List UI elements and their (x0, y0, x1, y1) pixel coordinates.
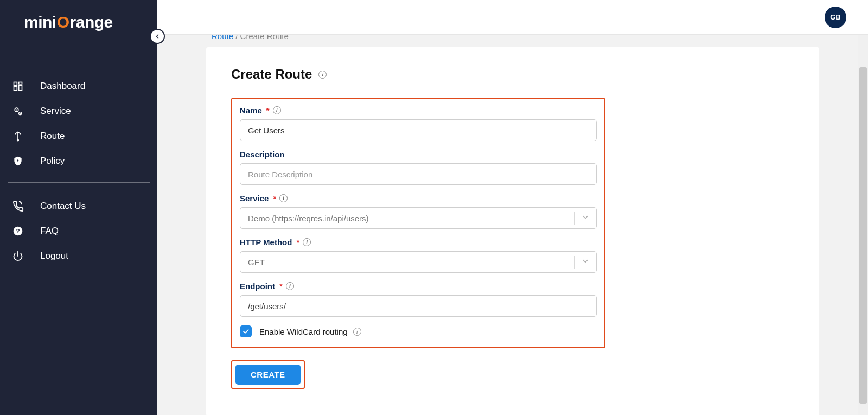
svg-rect-3 (14, 87, 17, 91)
field-label: HTTP Method* i (240, 238, 597, 247)
form-card: Create Route i Name* i Description (206, 47, 819, 415)
endpoint-input[interactable] (240, 295, 597, 317)
question-icon: ? (12, 225, 24, 237)
secondary-nav: Contact Us ? FAQ Logout (0, 194, 157, 269)
wildcard-checkbox[interactable] (240, 325, 252, 337)
field-label: Endpoint* i (240, 282, 597, 291)
label-text: Endpoint (240, 282, 275, 291)
sidebar-item-policy[interactable]: Policy (0, 149, 157, 174)
sidebar-item-faq[interactable]: ? FAQ (0, 219, 157, 244)
label-text: Service (240, 194, 269, 203)
field-label: Name* i (240, 106, 597, 115)
label-text: Enable WildCard routing (259, 327, 348, 336)
svg-rect-10 (17, 161, 18, 162)
avatar-initials: GB (830, 13, 841, 21)
route-icon (12, 130, 24, 142)
info-icon: i (286, 282, 294, 290)
scrollbar-thumb[interactable] (859, 67, 867, 404)
primary-nav: Dashboard Service Route Policy (0, 74, 157, 174)
sidebar-collapse-button[interactable] (150, 29, 165, 44)
svg-point-5 (16, 110, 17, 111)
power-icon (12, 250, 24, 262)
select-separator (574, 212, 575, 225)
dashboard-icon (12, 80, 24, 92)
breadcrumb-current: Create Route (240, 35, 289, 41)
create-button-highlight: CREATE (231, 360, 305, 389)
avatar[interactable]: GB (825, 7, 846, 28)
label-text: HTTP Method (240, 238, 292, 247)
app-root: miniOrange Dashboard Service (0, 0, 868, 415)
sidebar-item-label: Service (40, 106, 71, 117)
required-asterisk: * (279, 282, 283, 291)
field-service: Service* i Demo (https://reqres.in/api/u… (240, 194, 597, 229)
description-input[interactable] (240, 163, 597, 185)
brand-text-o: O (57, 13, 69, 31)
required-asterisk: * (296, 238, 299, 247)
name-input[interactable] (240, 119, 597, 141)
select-separator (574, 256, 575, 269)
sidebar-divider (8, 182, 150, 183)
select-value: Demo (https://reqres.in/api/users) (248, 214, 369, 223)
main-area: GB Route / Create Route Create Route i N… (157, 0, 868, 415)
info-icon: i (273, 106, 281, 114)
wildcard-row: Enable WildCard routing i (240, 325, 597, 337)
info-icon: i (279, 194, 288, 202)
create-button[interactable]: CREATE (235, 365, 301, 385)
sidebar-item-route[interactable]: Route (0, 124, 157, 149)
sidebar-item-label: Dashboard (40, 81, 85, 92)
sidebar-item-label: FAQ (40, 226, 59, 237)
sidebar-item-service[interactable]: Service (0, 99, 157, 124)
shield-icon (12, 155, 24, 167)
page-title-text: Create Route (231, 67, 312, 82)
field-label: Description (240, 150, 597, 159)
info-icon: i (303, 238, 311, 246)
content-scroll: Route / Create Route Create Route i Name… (157, 35, 868, 415)
info-icon: i (318, 71, 327, 79)
brand-text-2: range (70, 13, 113, 31)
sidebar-item-label: Contact Us (40, 201, 86, 212)
brand-text-1: mini (24, 13, 56, 31)
chevron-left-icon (154, 33, 161, 40)
field-endpoint: Endpoint* i (240, 282, 597, 317)
required-asterisk: * (266, 106, 270, 115)
breadcrumb: Route / Create Route (157, 35, 868, 41)
breadcrumb-root[interactable]: Route (212, 35, 233, 41)
sidebar-item-label: Policy (40, 156, 65, 167)
svg-rect-2 (19, 85, 22, 90)
breadcrumb-separator: / (235, 35, 238, 41)
select-value: GET (248, 258, 265, 267)
sidebar-item-logout[interactable]: Logout (0, 244, 157, 269)
label-text: Name (240, 106, 262, 115)
scrollbar-track[interactable] (858, 35, 868, 415)
svg-point-9 (17, 159, 18, 161)
field-description: Description (240, 150, 597, 185)
svg-rect-1 (19, 82, 22, 84)
label-text: Description (240, 150, 285, 159)
sidebar-item-contact[interactable]: Contact Us (0, 194, 157, 219)
required-asterisk: * (273, 194, 276, 203)
field-name: Name* i (240, 106, 597, 141)
brand-logo: miniOrange (0, 7, 157, 47)
field-label: Service* i (240, 194, 597, 203)
chevron-down-icon (581, 257, 590, 267)
service-select[interactable]: Demo (https://reqres.in/api/users) (240, 207, 597, 229)
chevron-down-icon (581, 213, 590, 224)
sidebar-item-dashboard[interactable]: Dashboard (0, 74, 157, 99)
form-highlight-box: Name* i Description Service* (231, 98, 605, 348)
svg-text:?: ? (16, 227, 20, 234)
topbar: GB (157, 0, 868, 35)
svg-point-7 (20, 113, 20, 114)
page-title: Create Route i (231, 67, 794, 82)
sidebar-item-label: Route (40, 131, 65, 142)
sidebar: miniOrange Dashboard Service (0, 0, 157, 415)
sidebar-item-label: Logout (40, 251, 68, 261)
gears-icon (12, 105, 24, 117)
method-select[interactable]: GET (240, 251, 597, 273)
svg-point-8 (17, 139, 19, 141)
check-icon (242, 328, 250, 335)
svg-rect-0 (14, 82, 17, 86)
wildcard-label: Enable WildCard routing i (259, 327, 361, 336)
field-method: HTTP Method* i GET (240, 238, 597, 273)
info-icon: i (353, 328, 361, 336)
phone-icon (12, 200, 24, 212)
